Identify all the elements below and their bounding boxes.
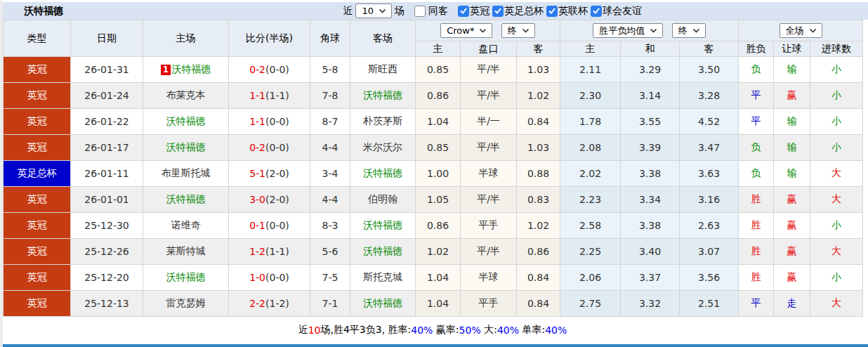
summary-segment: 40% (411, 325, 433, 336)
home-team-name: 布莱克本 (166, 89, 206, 100)
halftime-score: (2-0) (265, 168, 289, 179)
home-team-cell: 布里斯托城 (143, 161, 229, 187)
handicap-away-odds-cell: 1.03 (517, 57, 560, 83)
score-cell: 1-1(0-0) (229, 109, 310, 135)
handicap-line-cell: 平/半 (461, 239, 517, 265)
date-cell: 25-12-20 (71, 265, 143, 291)
corners-cell: 5-6 (310, 239, 350, 265)
filter-checkbox-friendly[interactable] (591, 6, 602, 17)
avg-draw-odds-cell: 3.32 (621, 291, 680, 317)
halftime-score: (1-2) (265, 298, 289, 309)
away-team-cell: 沃特福德 (350, 161, 416, 187)
home-team-name: 莱斯特城 (166, 245, 206, 256)
match-row: 英冠25-12-20沃特福德1-0(0-0)7-5斯托克城1.04半球0.842… (4, 265, 863, 291)
handicap-line-cell: 半球 (461, 161, 517, 187)
home-team-name: 沃特福德 (166, 141, 206, 152)
halftime-score: (2-0) (265, 194, 289, 205)
score-cell: 0-2(0-0) (229, 57, 310, 83)
home-team-cell: 莱斯特城 (143, 239, 229, 265)
avg-draw-odds-cell: 3.37 (621, 265, 680, 291)
result-wdl-cell: 负 (739, 57, 774, 83)
avg-home-odds-cell: 2.11 (560, 57, 621, 83)
date-cell: 26-01-01 (71, 187, 143, 213)
handicap-home-odds-cell: 0.86 (416, 83, 461, 109)
fulltime-score: 0-2 (249, 142, 265, 153)
halftime-score: (1-1) (265, 90, 289, 101)
wdl-time-select-value: 终 (678, 25, 688, 37)
result-wdl-cell: 平 (739, 291, 774, 317)
wdl-time-select[interactable]: 终 (672, 23, 706, 38)
corners-cell: 8-3 (310, 213, 350, 239)
home-team-cell: 沃特福德 (143, 109, 229, 135)
summary-segment: 场,胜4平3负3, 胜率: (321, 324, 412, 336)
match-row: 英冠25-12-13雷克瑟姆2-2(1-2)7-1沃特福德1.04平手0.842… (4, 291, 863, 317)
avg-draw-odds-cell: 3.14 (621, 83, 680, 109)
subcol-handicap-away: 客 (517, 41, 560, 57)
handicap-time-select[interactable]: 终 (501, 23, 535, 38)
score-cell: 2-2(1-2) (229, 291, 310, 317)
score-cell: 0-1(0-0) (229, 213, 310, 239)
corners-cell: 5-8 (310, 57, 350, 83)
wdl-odds-group-header: 胜平负均值 终 (560, 20, 739, 41)
avg-draw-odds-cell: 3.40 (621, 239, 680, 265)
away-team-cell: 沃特福德 (350, 213, 416, 239)
chevron-down-icon (692, 28, 700, 33)
col-header-score: 比分(半场) (229, 20, 310, 57)
summary-segment: 40% (497, 325, 519, 336)
result-wdl-cell: 平 (739, 83, 774, 109)
away-team-cell: 斯旺西 (350, 57, 416, 83)
result-handicap-cell: 输 (774, 135, 810, 161)
home-team-name: 沃特福德 (166, 193, 206, 204)
filter-checkbox-championship[interactable] (458, 6, 469, 17)
recent-count-select[interactable]: 10 (355, 4, 392, 18)
match-row: 英冠25-12-26莱斯特城1-2(1-1)5-6沃特福德1.02平/半0.86… (4, 239, 863, 265)
date-cell: 25-12-26 (71, 239, 143, 265)
handicap-home-odds-cell: 1.00 (416, 161, 461, 187)
corners-cell: 8-7 (310, 109, 350, 135)
filter-checkbox-fa-cup[interactable] (492, 6, 504, 17)
score-cell: 1-1(1-1) (229, 83, 310, 109)
handicap-home-odds-cell: 1.02 (416, 239, 461, 265)
result-handicap-cell: 输 (774, 161, 810, 187)
handicap-away-odds-cell: 1.03 (517, 135, 560, 161)
fulltime-score: 0-2 (249, 64, 265, 75)
handicap-home-odds-cell: 1.04 (416, 265, 461, 291)
chevron-down-icon (650, 28, 657, 33)
match-row: 英冠25-12-30诺维奇0-1(0-0)8-3沃特福德0.86平手1.022.… (4, 213, 863, 239)
same-venue-checkbox[interactable] (414, 6, 426, 17)
left-margin-strip (0, 0, 3, 347)
fulltime-score: 5-1 (249, 168, 265, 179)
bookmaker-select[interactable]: Crow* (440, 23, 492, 38)
handicap-away-odds-cell: 0.84 (517, 291, 560, 317)
summary-segment: 10 (308, 325, 321, 336)
fulltime-score: 1-0 (249, 272, 265, 283)
wdl-average-select-value: 胜平负均值 (599, 25, 645, 37)
filter-checkbox-league-cup[interactable] (546, 6, 558, 17)
chevron-down-icon (522, 28, 530, 33)
avg-away-odds-cell: 3.28 (680, 83, 739, 109)
date-cell: 26-01-24 (71, 83, 143, 109)
subcol-result-goals: 进球数 (810, 41, 863, 57)
home-team-name: 沃特福德 (166, 271, 206, 282)
away-team-name: 沃特福德 (363, 167, 402, 178)
league-cell: 英冠 (4, 57, 71, 83)
halftime-score: (0-0) (265, 272, 289, 283)
result-goals-cell: 大 (810, 239, 863, 265)
avg-home-odds-cell: 2.30 (560, 83, 621, 109)
scope-select[interactable]: 全场 (780, 23, 822, 38)
subcol-avg-away: 客 (680, 41, 739, 57)
col-header-corners: 角球 (310, 20, 350, 57)
league-cell: 英冠 (4, 265, 71, 291)
result-goals-cell: 小 (810, 265, 863, 291)
scope-select-value: 全场 (786, 25, 804, 37)
wdl-average-select[interactable]: 胜平负均值 (593, 23, 663, 38)
avg-away-odds-cell: 3.50 (680, 57, 739, 83)
halftime-score: (0-0) (265, 142, 289, 153)
fulltime-score: 0-1 (249, 220, 265, 231)
home-team-cell: 1沃特福德 (143, 57, 229, 83)
corners-cell: 7-8 (310, 83, 350, 109)
avg-home-odds-cell: 2.25 (560, 239, 621, 265)
avg-draw-odds-cell: 3.38 (621, 213, 680, 239)
result-goals-cell: 大 (810, 187, 863, 213)
summary-bar: 近10场,胜4平3负3, 胜率:40% 赢率:50% 大:40% 单率:40% (3, 317, 862, 343)
